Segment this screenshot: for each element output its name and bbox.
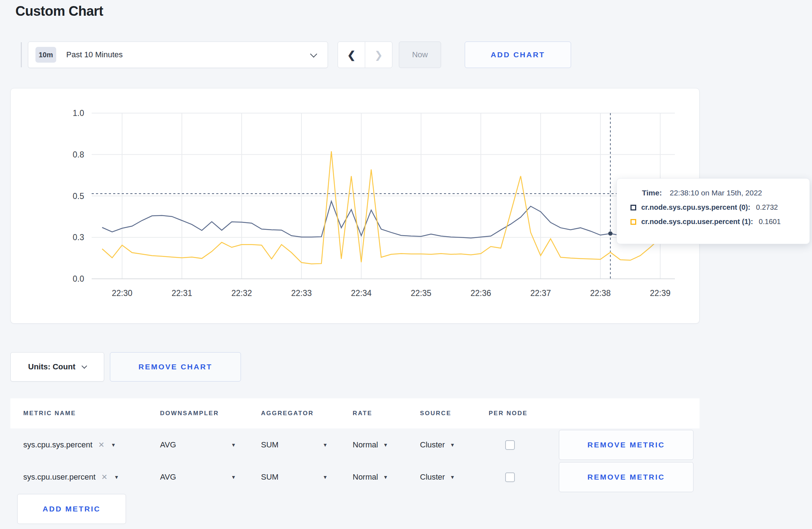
remove-metric-button[interactable]: REMOVE METRIC — [559, 462, 693, 492]
rate-value: Normal — [353, 440, 378, 450]
tooltip-time-row: Time: 22:38:10 on Mar 15th, 2022 — [642, 189, 802, 197]
caret-down-icon[interactable]: ▼ — [114, 474, 119, 480]
clear-metric-icon[interactable]: ✕ — [98, 441, 105, 449]
cpu-line-chart[interactable]: 0.00.30.50.81.022:3022:3122:3222:3322:34… — [11, 88, 700, 324]
chevron-down-icon — [310, 50, 317, 58]
svg-text:22:37: 22:37 — [530, 288, 551, 298]
source-value: Cluster — [420, 472, 445, 482]
rate-select[interactable]: Normal ▼ — [353, 472, 388, 482]
tooltip-series-value: 0.1601 — [759, 218, 780, 226]
aggregator-select[interactable]: SUM ▼ — [261, 440, 328, 450]
tooltip-series-label: cr.node.sys.cpu.user.percent (1): — [641, 218, 753, 226]
add-chart-button[interactable]: ADD CHART — [465, 42, 571, 68]
now-button[interactable]: Now — [399, 42, 441, 68]
svg-text:22:39: 22:39 — [650, 288, 671, 298]
column-header-aggregator: AGGREGATOR — [261, 410, 353, 417]
svg-text:22:31: 22:31 — [171, 288, 192, 298]
rate-value: Normal — [353, 472, 378, 482]
chevron-down-icon — [82, 363, 87, 369]
metric-name-select[interactable]: sys.cpu.user.percent ✕ ▼ — [23, 472, 160, 482]
table-row: sys.cpu.sys.percent ✕ ▼ AVG ▼ SUM ▼ Norm… — [10, 429, 700, 460]
table-row: sys.cpu.user.percent ✕ ▼ AVG ▼ SUM ▼ Nor… — [10, 462, 700, 492]
per-node-checkbox[interactable] — [505, 472, 515, 482]
page-title: Custom Chart — [15, 4, 103, 19]
caret-down-icon: ▼ — [323, 442, 328, 448]
downsampler-select[interactable]: AVG ▼ — [160, 472, 236, 482]
time-range-badge: 10m — [35, 47, 56, 63]
tooltip-series-value: 0.2732 — [756, 203, 778, 212]
tooltip-time-value: 22:38:10 on Mar 15th, 2022 — [670, 189, 762, 197]
remove-metric-button[interactable]: REMOVE METRIC — [559, 430, 693, 460]
svg-text:22:38: 22:38 — [590, 288, 611, 298]
aggregator-value: SUM — [261, 472, 279, 482]
add-metric-button[interactable]: ADD METRIC — [17, 494, 126, 524]
svg-text:0.5: 0.5 — [73, 191, 84, 201]
remove-chart-button[interactable]: REMOVE CHART — [110, 352, 241, 382]
caret-down-icon: ▼ — [231, 442, 236, 448]
units-select[interactable]: Units: Count — [10, 352, 104, 382]
source-value: Cluster — [420, 440, 445, 450]
custom-chart-page: { "page": { "title": "Custom Chart" }, "… — [0, 0, 812, 529]
chart-card: 0.00.30.50.81.022:3022:3122:3222:3322:34… — [10, 88, 700, 324]
source-select[interactable]: Cluster ▼ — [420, 440, 455, 450]
aggregator-select[interactable]: SUM ▼ — [261, 472, 328, 482]
chart-hover-tooltip: Time: 22:38:10 on Mar 15th, 2022 cr.node… — [617, 178, 810, 244]
tooltip-series-label: cr.node.sys.cpu.sys.percent (0): — [641, 203, 750, 212]
metric-name-value: sys.cpu.user.percent — [23, 472, 96, 482]
svg-text:1.0: 1.0 — [73, 108, 84, 118]
svg-text:22:30: 22:30 — [112, 288, 132, 298]
column-header-per-node: PER NODE — [489, 410, 559, 417]
source-select[interactable]: Cluster ▼ — [420, 472, 455, 482]
toolbar-divider — [21, 42, 22, 67]
svg-text:0.3: 0.3 — [73, 233, 84, 242]
per-node-checkbox[interactable] — [505, 440, 515, 450]
downsampler-select[interactable]: AVG ▼ — [160, 440, 236, 450]
caret-down-icon: ▼ — [323, 474, 328, 480]
caret-down-icon: ▼ — [450, 474, 455, 480]
time-range-label: Past 10 Minutes — [66, 50, 123, 59]
metric-name-value: sys.cpu.sys.percent — [23, 440, 92, 450]
svg-text:22:35: 22:35 — [411, 288, 431, 298]
time-pager: ❮ ❯ — [338, 42, 392, 68]
svg-text:0.0: 0.0 — [73, 274, 84, 283]
caret-down-icon: ▼ — [383, 474, 388, 480]
svg-text:22:33: 22:33 — [291, 288, 312, 298]
next-timespan-button[interactable]: ❯ — [365, 42, 392, 68]
svg-text:22:36: 22:36 — [470, 288, 491, 298]
caret-down-icon: ▼ — [231, 474, 236, 480]
aggregator-value: SUM — [261, 440, 279, 450]
user-series-swatch-icon — [630, 219, 636, 225]
metric-name-select[interactable]: sys.cpu.sys.percent ✕ ▼ — [23, 440, 160, 450]
svg-text:22:32: 22:32 — [231, 288, 252, 298]
units-select-label: Units: Count — [28, 362, 76, 372]
tooltip-time-label: Time: — [642, 189, 662, 197]
time-range-select[interactable]: 10m Past 10 Minutes — [28, 42, 328, 68]
clear-metric-icon[interactable]: ✕ — [101, 473, 108, 481]
caret-down-icon[interactable]: ▼ — [111, 442, 116, 448]
rate-select[interactable]: Normal ▼ — [353, 440, 388, 450]
sys-series-swatch-icon — [630, 205, 636, 210]
column-header-rate: RATE — [353, 410, 420, 417]
svg-text:22:34: 22:34 — [351, 288, 372, 298]
caret-down-icon: ▼ — [450, 442, 455, 448]
metrics-table-header: METRIC NAME DOWNSAMPLER AGGREGATOR RATE … — [10, 398, 700, 428]
column-header-source: SOURCE — [420, 410, 489, 417]
column-header-downsampler: DOWNSAMPLER — [160, 410, 261, 417]
tooltip-series-row: cr.node.sys.cpu.user.percent (1): 0.1601 — [630, 218, 802, 226]
column-header-metric-name: METRIC NAME — [23, 410, 160, 417]
downsampler-value: AVG — [160, 440, 176, 450]
svg-text:0.8: 0.8 — [73, 150, 84, 159]
caret-down-icon: ▼ — [383, 442, 388, 448]
downsampler-value: AVG — [160, 472, 176, 482]
tooltip-series-row: cr.node.sys.cpu.sys.percent (0): 0.2732 — [630, 203, 802, 212]
previous-timespan-button[interactable]: ❮ — [338, 42, 365, 68]
